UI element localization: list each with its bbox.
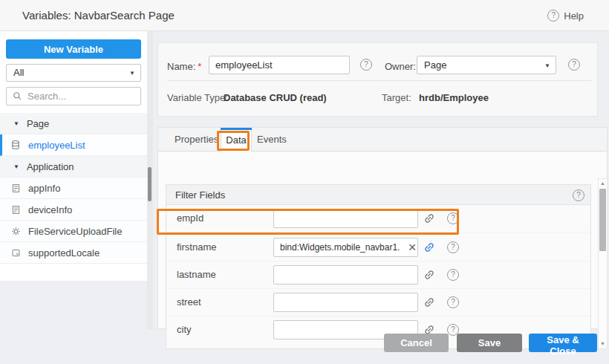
tree-item-appinfo[interactable]: appInfo bbox=[0, 178, 147, 199]
scroll-up-icon[interactable]: ▲ bbox=[599, 179, 607, 188]
search-input[interactable] bbox=[26, 88, 137, 104]
field-label: empId bbox=[177, 212, 203, 224]
tree-group-application[interactable]: ▼ Application bbox=[0, 156, 147, 178]
help-button[interactable]: ? Help bbox=[547, 0, 584, 31]
variable-type-value: Database CRUD (read) bbox=[224, 92, 327, 103]
tree-item-label: deviceInfo bbox=[28, 204, 72, 215]
tree-group-page[interactable]: ▼ Page bbox=[0, 113, 147, 134]
bind-link-icon[interactable] bbox=[423, 269, 435, 281]
variable-filter-value: All bbox=[13, 65, 24, 81]
database-icon bbox=[10, 140, 21, 150]
tab-events[interactable]: Events bbox=[257, 128, 287, 152]
save-button[interactable]: Save bbox=[457, 334, 522, 352]
clear-binding-icon[interactable]: × bbox=[404, 238, 420, 257]
tree-item-employeelist[interactable]: employeeList bbox=[0, 134, 147, 156]
empid-input[interactable] bbox=[273, 209, 418, 228]
filter-fields-title: Filter Fields bbox=[175, 185, 225, 205]
collapse-triangle-icon: ▼ bbox=[13, 163, 19, 170]
help-icon: ? bbox=[547, 10, 559, 22]
tab-data[interactable]: Data bbox=[221, 130, 252, 152]
target-value: hrdb/Employee bbox=[419, 92, 489, 103]
filter-row-empid: empId ? bbox=[166, 205, 590, 233]
required-marker: * bbox=[198, 61, 201, 72]
variable-filter-select[interactable]: All ▼ bbox=[6, 64, 141, 82]
name-field[interactable] bbox=[209, 56, 350, 74]
filter-row-firstname: firstname × ? bbox=[166, 234, 590, 261]
name-help-icon[interactable]: ? bbox=[360, 59, 372, 71]
field-help-icon[interactable]: ? bbox=[447, 296, 459, 308]
new-variable-button[interactable]: New Variable bbox=[6, 39, 141, 59]
scroll-down-icon[interactable]: ▼ bbox=[599, 339, 607, 348]
field-help-icon[interactable]: ? bbox=[447, 241, 459, 253]
tabbar: Properties Data Events bbox=[158, 128, 607, 152]
firstname-input[interactable] bbox=[273, 238, 418, 257]
filter-row-city: city ? bbox=[166, 316, 590, 344]
dialog-titlebar: Variables: NavbarSearch Page ? Help bbox=[0, 0, 609, 31]
dialog-title: Variables: NavbarSearch Page bbox=[22, 0, 175, 31]
target-label: Target: bbox=[382, 92, 411, 103]
device-icon bbox=[10, 183, 21, 193]
tree-item-label: employeeList bbox=[28, 140, 85, 151]
chevron-down-icon: ▼ bbox=[544, 62, 550, 68]
bind-link-icon-active[interactable] bbox=[423, 241, 435, 253]
owner-select[interactable]: Page ▼ bbox=[417, 56, 556, 74]
collapse-triangle-icon: ▼ bbox=[13, 120, 19, 127]
field-help-icon[interactable]: ? bbox=[447, 269, 459, 281]
tree-item-label: supportedLocale bbox=[28, 247, 100, 259]
field-label: firstname bbox=[177, 241, 216, 253]
device-icon bbox=[10, 204, 21, 215]
filter-row-street: street ? bbox=[166, 289, 590, 316]
owner-value: Page bbox=[424, 56, 446, 74]
search-icon bbox=[13, 91, 22, 101]
bind-link-icon[interactable] bbox=[423, 212, 435, 224]
save-and-close-button[interactable]: Save & Close bbox=[529, 334, 597, 352]
variable-type-label: Variable Type: bbox=[167, 92, 228, 103]
tree-item-label: FileServiceUploadFile bbox=[28, 226, 122, 237]
tree-item-supportedlocale[interactable]: supportedLocale bbox=[0, 242, 147, 264]
panel-scrollbar[interactable] bbox=[147, 31, 153, 329]
owner-help-icon[interactable]: ? bbox=[568, 59, 580, 71]
tree-item-deviceinfo[interactable]: deviceInfo bbox=[0, 199, 147, 221]
variables-dialog: Variables: NavbarSearch Page ? Help New … bbox=[0, 0, 609, 364]
name-label: Name:* bbox=[167, 61, 201, 72]
chevron-down-icon: ▼ bbox=[129, 70, 135, 77]
field-label: street bbox=[177, 296, 201, 308]
filter-fields-help-icon[interactable]: ? bbox=[573, 189, 584, 201]
content-scrollbar[interactable]: ▲ ▼ bbox=[598, 178, 608, 349]
locale-icon bbox=[10, 247, 21, 258]
variable-search bbox=[6, 87, 141, 105]
service-gear-icon bbox=[10, 226, 21, 236]
content-scrollbar-thumb[interactable] bbox=[599, 189, 606, 251]
filter-fields-panel: Filter Fields ? empId ? firstname × bbox=[166, 184, 591, 349]
filter-row-lastname: lastname ? bbox=[166, 261, 590, 289]
street-input[interactable] bbox=[273, 293, 418, 312]
variables-sidebar: New Variable All ▼ ▼ Page employeeList bbox=[0, 31, 147, 281]
panel-scrollbar-thumb[interactable] bbox=[148, 167, 152, 201]
data-tab-content: Filter Fields ? empId ? firstname × bbox=[158, 152, 607, 328]
filter-fields-header: Filter Fields ? bbox=[166, 185, 590, 205]
bind-link-icon[interactable] bbox=[423, 296, 435, 308]
variable-detail-panel: Properties Data Events Filter Fields ? e… bbox=[157, 127, 608, 329]
info-divider bbox=[167, 80, 591, 81]
variable-info-panel: Name:* ? Owner:* Page ▼ ? Variable Type:… bbox=[157, 42, 598, 117]
tree-group-label: Application bbox=[27, 161, 74, 172]
field-help-icon[interactable]: ? bbox=[447, 212, 459, 224]
field-label: city bbox=[177, 324, 192, 335]
tree-group-label: Page bbox=[27, 118, 49, 129]
tree-item-fileserviceuploadfile[interactable]: FileServiceUploadFile bbox=[0, 221, 147, 242]
tree-item-label: appInfo bbox=[28, 183, 60, 194]
tab-properties[interactable]: Properties bbox=[175, 128, 218, 152]
cancel-button[interactable]: Cancel bbox=[384, 334, 449, 352]
lastname-input[interactable] bbox=[273, 265, 418, 285]
help-label: Help bbox=[564, 10, 584, 22]
variables-tree: ▼ Page employeeList ▼ Application appInf… bbox=[0, 113, 147, 264]
field-label: lastname bbox=[177, 269, 216, 280]
